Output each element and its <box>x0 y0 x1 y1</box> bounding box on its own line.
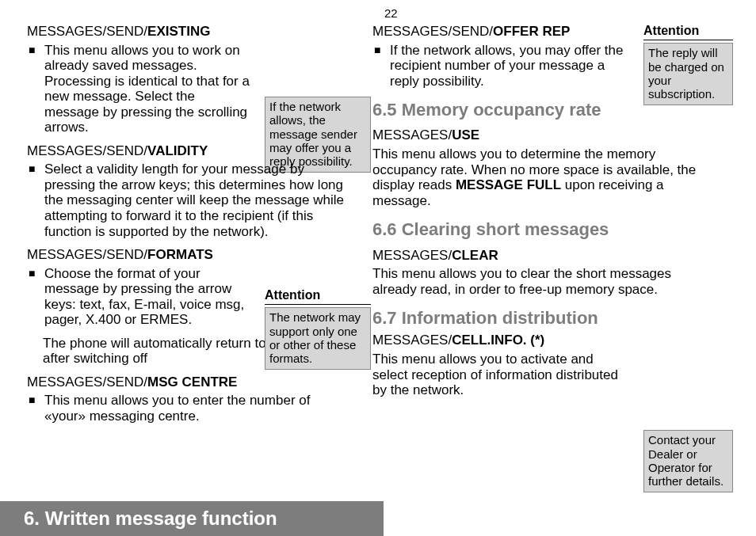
path-bold: EXISTING <box>147 24 210 39</box>
path-bold: USE <box>452 127 479 143</box>
path-pre: MESSAGES/SEND/ <box>27 247 147 262</box>
section-title-bar: 6. Written message function <box>0 501 384 536</box>
note-reply-charged: The reply will be charged on your subscr… <box>643 43 733 105</box>
text-bold: MESSAGE FULL <box>456 177 561 192</box>
path-pre: MESSAGES/ <box>372 248 452 263</box>
right-main: MESSAGES/SEND/OFFER REP If the network a… <box>372 16 634 492</box>
heading-offer-rep: MESSAGES/SEND/OFFER REP <box>372 24 634 40</box>
path-bold: FORMATS <box>147 247 213 262</box>
path-pre: MESSAGES/ <box>372 127 452 143</box>
heading-existing: MESSAGES/SEND/EXISTING <box>27 24 350 40</box>
path-pre: MESSAGES/ <box>372 333 452 348</box>
path-bold: VALIDITY <box>147 143 208 158</box>
path-pre: MESSAGES/SEND/ <box>27 24 147 39</box>
path-pre: MESSAGES/SEND/ <box>27 143 147 158</box>
section-6-5: 6.5 Memory occupancy rate <box>372 100 634 120</box>
note-contact-dealer: Contact your Dealer or Operator for furt… <box>643 430 733 492</box>
path-bold: OFFER REP <box>493 24 570 39</box>
section-6-7: 6.7 Information distribution <box>372 308 634 328</box>
list-item: Select a validity length for your messag… <box>43 162 347 239</box>
heading-clear: MESSAGES/CLEAR <box>372 248 634 264</box>
paragraph-info-dist: This menu allows you to activate and sel… <box>372 352 620 398</box>
note-formats: The network may support only one or othe… <box>265 307 371 370</box>
attention-label: Attention <box>643 24 733 40</box>
heading-cellinfo: MESSAGES/CELL.INFO. (*) <box>372 333 634 348</box>
path-bold: CELL.INFO. (*) <box>452 333 544 348</box>
right-column: MESSAGES/SEND/OFFER REP If the network a… <box>372 16 733 492</box>
heading-use: MESSAGES/USE <box>372 127 634 143</box>
path-pre: MESSAGES/SEND/ <box>372 24 493 39</box>
list-item: This menu allows you to enter the number… <box>43 393 347 424</box>
list-item: If the network allows, you may offer the… <box>388 43 624 89</box>
list-item: Choose the format of your message by pre… <box>43 266 250 328</box>
left-column: MESSAGES/SEND/EXISTING This menu allows … <box>27 16 350 492</box>
right-side-notes: Attention The reply will be charged on y… <box>643 16 733 492</box>
attention-formats-wrap: Attention The network may support only o… <box>265 288 371 370</box>
path-bold: MSG CENTRE <box>147 374 237 390</box>
path-bold: CLEAR <box>452 248 498 263</box>
attention-label: Attention <box>265 288 371 305</box>
path-pre: MESSAGES/SEND/ <box>27 374 147 390</box>
heading-formats: MESSAGES/SEND/FORMATS <box>27 247 350 263</box>
section-6-6: 6.6 Clearing short messages <box>372 219 634 239</box>
list-item: This menu allows you to work on already … <box>43 43 250 135</box>
heading-msg-centre: MESSAGES/SEND/MSG CENTRE <box>27 374 350 390</box>
